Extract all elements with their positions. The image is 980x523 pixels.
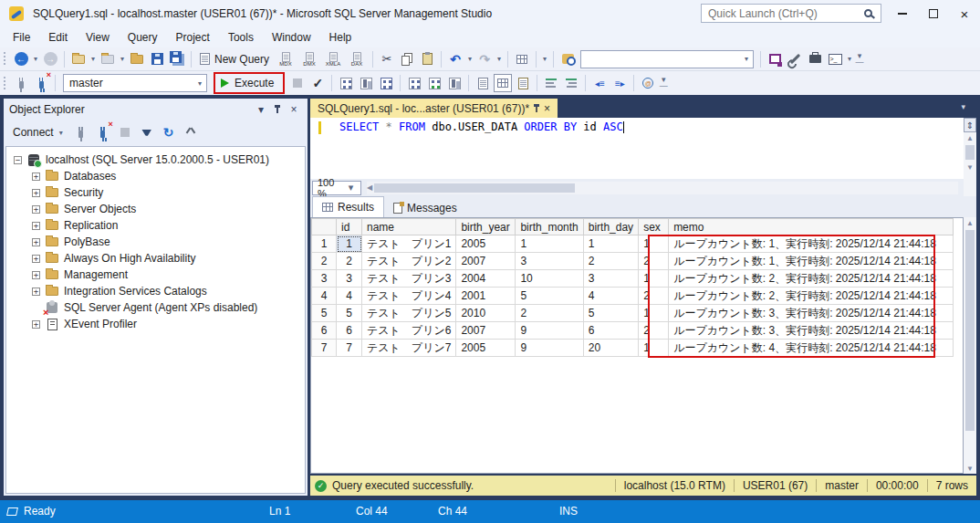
grid-cell[interactable]: 6 [337, 322, 362, 340]
tree-item[interactable]: +Management [6, 267, 305, 283]
editor-horizontal-scrollbar[interactable]: ◀ [367, 182, 958, 194]
grid-cell[interactable]: ループカウント数: 3、実行時刻: 2025/12/14 21:44:18 [669, 305, 954, 322]
include-actual-plan-icon[interactable] [405, 74, 423, 92]
command-window-icon[interactable]: >_ [826, 50, 844, 68]
character-indicator[interactable]: Ch 44 [438, 500, 467, 523]
grid-cell[interactable]: 2004 [456, 270, 516, 288]
execute-button[interactable]: Execute [235, 77, 274, 89]
grid-cell[interactable]: ループカウント数: 2、実行時刻: 2025/12/14 21:44:18 [669, 288, 954, 305]
query-options-icon[interactable] [357, 74, 375, 92]
tree-item[interactable]: +Databases [6, 168, 305, 184]
connect-plug-icon[interactable] [72, 123, 90, 141]
redo-dropdown-icon[interactable]: ▾ [495, 55, 504, 63]
add-item-dropdown-icon[interactable]: ▾ [118, 55, 127, 63]
grid-cell[interactable]: 1 [639, 305, 669, 322]
column-header-name[interactable]: name [362, 219, 456, 235]
grid-cell[interactable]: 1 [583, 235, 638, 253]
menu-view[interactable]: View [77, 27, 119, 47]
connect-button[interactable]: Connect ▾ [9, 126, 69, 139]
toolbar-grip[interactable] [3, 76, 7, 91]
tree-item[interactable]: +XEvent Profiler [6, 316, 305, 332]
pin-icon[interactable] [536, 102, 537, 115]
filter-icon[interactable] [138, 123, 156, 141]
new-query-button[interactable]: New Query [196, 50, 273, 68]
expander-icon[interactable]: − [14, 156, 22, 164]
grid-cell[interactable]: 1 [516, 235, 583, 253]
navigate-back-icon[interactable]: ← [12, 50, 30, 68]
intellisense-icon[interactable] [377, 74, 395, 92]
grid-cell[interactable]: 4 [337, 288, 362, 305]
tree-item[interactable]: +Always On High Availability [6, 250, 305, 267]
grid-cell[interactable]: 4 [583, 288, 638, 305]
grid-cell[interactable]: 2 [516, 305, 583, 322]
column-header-birth_month[interactable]: birth_month [516, 219, 583, 235]
grid-cell[interactable]: ループカウント数: 3、実行時刻: 2025/12/14 21:44:18 [669, 322, 954, 340]
scrollbar-thumb[interactable] [965, 145, 975, 160]
menu-help[interactable]: Help [320, 27, 361, 47]
grid-cell[interactable]: 1 [639, 270, 669, 288]
grid-cell[interactable]: 2007 [456, 253, 516, 270]
grid-cell[interactable]: 10 [516, 270, 583, 288]
row-header[interactable]: 2 [312, 253, 337, 270]
close-tab-icon[interactable]: × [544, 102, 550, 115]
grid-cell[interactable]: 2 [583, 253, 638, 270]
cut-icon[interactable]: ✂ [378, 50, 396, 68]
grid-cell[interactable]: 1 [639, 235, 669, 253]
column-header-id[interactable]: id [337, 219, 362, 235]
grid-cell[interactable]: 2005 [456, 340, 516, 357]
insert-mode-indicator[interactable]: INS [559, 500, 578, 523]
stop-icon[interactable] [116, 123, 134, 141]
extension-manager-icon[interactable] [766, 50, 784, 68]
connect-icon[interactable] [12, 74, 30, 92]
pin-icon[interactable] [269, 103, 286, 116]
row-header[interactable]: 7 [312, 340, 337, 357]
grid-cell[interactable]: ループカウント数: 1、実行時刻: 2025/12/14 21:44:18 [669, 253, 954, 270]
navigate-forward-icon[interactable]: → [41, 50, 59, 68]
menu-tools[interactable]: Tools [219, 27, 263, 47]
scroll-down-icon[interactable]: ▼ [966, 162, 974, 173]
grid-cell[interactable]: 2001 [456, 288, 516, 305]
save-icon[interactable] [148, 50, 166, 68]
expander-icon[interactable]: + [32, 255, 40, 263]
new-project-icon[interactable] [69, 50, 88, 68]
document-tab[interactable]: SQLQuery1.sql - loc...aster (USER01 (67)… [310, 99, 558, 118]
grid-cell[interactable]: 3 [516, 253, 583, 270]
column-header-birth_year[interactable]: birth_year [456, 219, 516, 235]
tree-item[interactable]: SQL Server Agent (Agent XPs disabled) [6, 299, 305, 316]
grid-cell[interactable]: 2 [639, 288, 669, 305]
find-combobox-dropdown-icon[interactable]: ▾ [742, 55, 751, 63]
tree-item[interactable]: −localhost (SQL Server 15.0.2000.5 - USE… [6, 152, 305, 168]
expander-icon[interactable]: + [32, 288, 40, 296]
scroll-down-icon[interactable]: ▼ [966, 463, 974, 474]
row-header[interactable]: 3 [312, 270, 337, 288]
grid-cell[interactable]: ループカウント数: 2、実行時刻: 2025/12/14 21:44:18 [669, 270, 954, 288]
grid-cell[interactable]: 2010 [456, 305, 516, 322]
grid-cell[interactable]: 2007 [456, 322, 516, 340]
expander-icon[interactable]: + [32, 189, 40, 197]
grid-cell[interactable]: 2 [337, 253, 362, 270]
menu-query[interactable]: Query [119, 27, 167, 47]
tab-overflow-icon[interactable]: ▾ [961, 102, 965, 111]
expander-icon[interactable]: + [32, 205, 40, 214]
specify-template-values-icon[interactable]: @ [639, 74, 657, 92]
uncomment-lines-icon[interactable] [562, 74, 580, 92]
find-combobox[interactable]: ▾ [580, 50, 754, 68]
tree-item[interactable]: +PolyBase [6, 234, 305, 250]
minimize-button[interactable] [887, 0, 918, 27]
paste-icon[interactable] [418, 50, 436, 68]
editor-scrollbar[interactable]: ⇕ ▲ ▼ [964, 118, 976, 196]
results-scrollbar[interactable]: ▲ ▼ [964, 217, 976, 474]
results-to-grid-icon[interactable] [494, 74, 512, 92]
activity-monitor-icon[interactable] [182, 123, 200, 141]
toolbar-grip[interactable] [3, 51, 7, 67]
save-all-icon[interactable] [168, 50, 186, 68]
grid-cell[interactable]: テスト プリン6 [362, 322, 456, 340]
grid-cell[interactable]: ループカウント数: 4、実行時刻: 2025/12/14 21:44:18 [669, 340, 954, 357]
grid-cell[interactable]: 3 [583, 270, 638, 288]
grid-cell[interactable]: 20 [583, 340, 638, 357]
close-button[interactable]: × [949, 0, 980, 27]
grid-cell[interactable]: ループカウント数: 1、実行時刻: 2025/12/14 21:44:18 [669, 235, 954, 253]
selection-grid-icon[interactable] [513, 50, 531, 68]
change-connection-icon[interactable]: × [32, 74, 50, 92]
focused-cell[interactable]: 1 [337, 235, 362, 253]
